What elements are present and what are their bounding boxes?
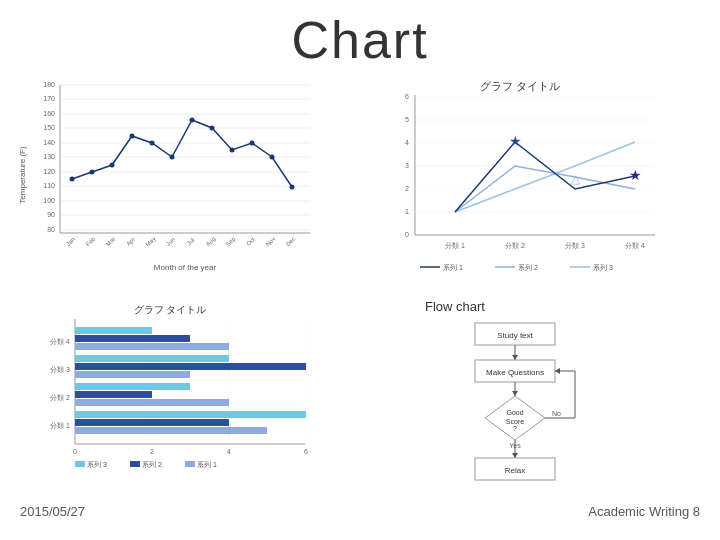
page-title: Chart xyxy=(0,0,720,70)
footer-course: Academic Writing 8 xyxy=(588,504,700,519)
svg-text:150: 150 xyxy=(43,124,55,131)
svg-rect-109 xyxy=(185,461,195,467)
temperature-line-chart: Temperature (F) 80 90 100 110 120 130 14… xyxy=(10,70,360,294)
svg-point-29 xyxy=(150,141,155,146)
svg-text:★: ★ xyxy=(629,167,642,183)
svg-text:Jan: Jan xyxy=(65,236,76,247)
svg-text:160: 160 xyxy=(43,110,55,117)
svg-text:80: 80 xyxy=(47,226,55,233)
footer-date: 2015/05/27 xyxy=(20,504,85,519)
svg-text:★: ★ xyxy=(509,133,522,149)
svg-text:Jul: Jul xyxy=(186,237,196,247)
svg-text:Month of the year: Month of the year xyxy=(154,263,217,272)
svg-text:Apr: Apr xyxy=(125,236,136,247)
svg-text:6: 6 xyxy=(405,93,409,100)
svg-marker-118 xyxy=(512,391,518,396)
svg-text:140: 140 xyxy=(43,139,55,146)
svg-text:5: 5 xyxy=(405,116,409,123)
svg-text:Oct: Oct xyxy=(245,236,256,247)
svg-text:分類 1: 分類 1 xyxy=(445,242,465,250)
svg-text:?: ? xyxy=(513,425,517,432)
bar-chart-svg: グラフ タイトル 分類 4 分類 3 分類 2 分類 1 0 2 4 6 xyxy=(15,299,325,489)
svg-text:120: 120 xyxy=(43,168,55,175)
svg-text:分類 1: 分類 1 xyxy=(50,422,70,430)
flow-chart-section: Flow chart Study text Make Questions Goo… xyxy=(360,294,710,500)
svg-text:2: 2 xyxy=(405,185,409,192)
svg-point-27 xyxy=(110,163,115,168)
svg-point-33 xyxy=(230,148,235,153)
svg-text:180: 180 xyxy=(43,81,55,88)
svg-text:Score: Score xyxy=(506,418,524,425)
svg-point-26 xyxy=(90,170,95,175)
svg-rect-101 xyxy=(75,399,229,406)
svg-rect-99 xyxy=(75,383,190,390)
svg-rect-103 xyxy=(75,419,229,426)
flow-chart-svg: Study text Make Questions Good Score ? Y… xyxy=(420,318,620,493)
svg-rect-98 xyxy=(75,371,190,378)
svg-rect-102 xyxy=(75,411,306,418)
svg-text:分類 3: 分類 3 xyxy=(50,366,70,374)
svg-marker-114 xyxy=(512,355,518,360)
svg-text:分類 4: 分類 4 xyxy=(50,338,70,346)
svg-text:Jun: Jun xyxy=(165,236,176,247)
svg-text:100: 100 xyxy=(43,197,55,204)
svg-rect-94 xyxy=(75,335,190,342)
svg-text:Feb: Feb xyxy=(85,235,97,247)
svg-text:6: 6 xyxy=(304,448,308,455)
svg-text:0: 0 xyxy=(73,448,77,455)
svg-text:分類 2: 分類 2 xyxy=(50,394,70,402)
svg-rect-105 xyxy=(75,461,85,467)
svg-rect-95 xyxy=(75,343,229,350)
svg-text:分類 4: 分類 4 xyxy=(625,242,645,250)
svg-text:May: May xyxy=(144,235,156,247)
graph-title-line-chart: グラフ タイトル 0 1 2 3 4 5 6 分類 1 分類 2 分類 3 分類… xyxy=(360,70,710,294)
svg-point-36 xyxy=(290,185,295,190)
svg-point-28 xyxy=(130,134,135,139)
svg-text:Temperature (F): Temperature (F) xyxy=(18,146,27,204)
svg-text:No: No xyxy=(552,410,561,417)
horizontal-bar-chart: グラフ タイトル 分類 4 分類 3 分類 2 分類 1 0 2 4 6 xyxy=(10,294,360,500)
svg-text:90: 90 xyxy=(47,211,55,218)
flow-chart-label: Flow chart xyxy=(425,299,485,314)
svg-text:グラフ タイトル: グラフ タイトル xyxy=(480,80,560,92)
footer: 2015/05/27 Academic Writing 8 xyxy=(0,500,720,519)
svg-text:系列 2: 系列 2 xyxy=(518,264,538,271)
svg-text:分類 2: 分類 2 xyxy=(505,242,525,250)
svg-text:Dec: Dec xyxy=(285,236,297,248)
svg-point-35 xyxy=(270,155,275,160)
svg-text:Good: Good xyxy=(506,409,523,416)
svg-point-30 xyxy=(170,155,175,160)
svg-text:4: 4 xyxy=(227,448,231,455)
svg-rect-104 xyxy=(75,427,267,434)
svg-text:系列 3: 系列 3 xyxy=(87,461,107,468)
svg-rect-93 xyxy=(75,327,152,334)
svg-text:Relax: Relax xyxy=(505,466,525,475)
svg-text:Mar: Mar xyxy=(105,236,117,248)
svg-text:110: 110 xyxy=(43,182,55,189)
svg-text:系列 1: 系列 1 xyxy=(443,264,463,271)
svg-rect-97 xyxy=(75,363,306,370)
svg-rect-100 xyxy=(75,391,152,398)
svg-rect-107 xyxy=(130,461,140,467)
svg-marker-125 xyxy=(512,453,518,458)
svg-rect-96 xyxy=(75,355,229,362)
svg-text:△: △ xyxy=(571,172,581,186)
svg-text:Aug: Aug xyxy=(205,236,217,248)
svg-text:170: 170 xyxy=(43,95,55,102)
svg-point-34 xyxy=(250,141,255,146)
svg-text:3: 3 xyxy=(405,162,409,169)
svg-text:系列 1: 系列 1 xyxy=(197,461,217,468)
line-chart-svg: Temperature (F) 80 90 100 110 120 130 14… xyxy=(15,75,325,275)
svg-text:分類 3: 分類 3 xyxy=(565,242,585,250)
svg-marker-130 xyxy=(555,368,560,374)
svg-text:グラフ タイトル: グラフ タイトル xyxy=(134,304,207,315)
svg-text:系列 2: 系列 2 xyxy=(142,461,162,468)
svg-point-25 xyxy=(70,177,75,182)
svg-text:系列 3: 系列 3 xyxy=(593,264,613,271)
svg-text:4: 4 xyxy=(405,139,409,146)
svg-text:Make Questions: Make Questions xyxy=(486,368,544,377)
svg-text:2: 2 xyxy=(150,448,154,455)
svg-text:0: 0 xyxy=(405,231,409,238)
svg-text:130: 130 xyxy=(43,153,55,160)
svg-text:Sep: Sep xyxy=(225,235,237,247)
